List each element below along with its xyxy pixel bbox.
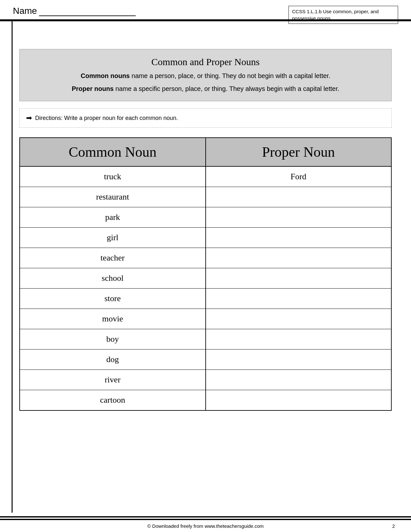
footer-top-line	[0, 516, 411, 517]
proper-noun-cell[interactable]	[206, 390, 391, 410]
common-noun-cell: school	[20, 268, 206, 288]
proper-noun-cell[interactable]	[206, 370, 391, 390]
footer-text-area: © Downloaded freely from www.theteachers…	[0, 520, 411, 532]
common-noun-cell: park	[20, 207, 206, 227]
name-area: Name	[13, 6, 136, 16]
table-row: restaurant	[20, 187, 391, 207]
table-row: cartoon	[20, 390, 391, 410]
proper-noun-cell[interactable]	[206, 207, 391, 227]
table-row: movie	[20, 309, 391, 329]
table-row: park	[20, 207, 391, 228]
proper-noun-bold: Proper nouns	[72, 85, 113, 92]
common-noun-cell: movie	[20, 309, 206, 329]
proper-noun-cell[interactable]	[206, 248, 391, 268]
common-noun-header: Common Noun	[20, 138, 206, 166]
info-box: Common and Proper Nouns Common nouns nam…	[19, 49, 392, 101]
proper-noun-header: Proper Noun	[206, 138, 391, 166]
page: Name CCSS 1.L.1.b Use common, proper, an…	[0, 0, 411, 532]
header: Name CCSS 1.L.1.b Use common, proper, an…	[0, 0, 411, 27]
table-row: boy	[20, 329, 391, 350]
directions-box: ➡ Directions: Write a proper noun for ea…	[19, 108, 392, 128]
name-label: Name	[13, 6, 136, 16]
footer-page-number: 2	[392, 523, 395, 529]
arrow-icon: ➡	[26, 114, 32, 122]
standard-box: CCSS 1.L.1.b Use common, proper, and pos…	[289, 6, 398, 24]
proper-noun-cell[interactable]	[206, 187, 391, 207]
common-noun-cell: cartoon	[20, 390, 206, 410]
info-title: Common and Proper Nouns	[33, 56, 378, 67]
noun-table-container: Common Noun Proper Noun truckFordrestaur…	[19, 137, 392, 411]
proper-noun-cell[interactable]: Ford	[206, 167, 391, 187]
proper-noun-cell[interactable]	[206, 350, 391, 369]
proper-noun-cell[interactable]	[206, 228, 391, 248]
main-content: Common and Proper Nouns Common nouns nam…	[0, 43, 411, 516]
proper-noun-cell[interactable]	[206, 268, 391, 288]
proper-noun-cell[interactable]	[206, 289, 391, 309]
common-noun-bold: Common nouns	[81, 72, 130, 79]
table-row: girl	[20, 228, 391, 248]
table-header: Common Noun Proper Noun	[19, 137, 392, 167]
table-body: truckFordrestaurantparkgirlteacherschool…	[19, 167, 392, 411]
directions-text: Directions: Write a proper noun for each…	[35, 115, 178, 122]
table-row: school	[20, 268, 391, 289]
common-noun-cell: river	[20, 370, 206, 390]
common-noun-cell: boy	[20, 329, 206, 349]
info-proper: Proper nouns name a specific person, pla…	[33, 84, 378, 94]
info-common: Common nouns name a person, place, or th…	[33, 71, 378, 81]
table-row: dog	[20, 350, 391, 370]
table-row: store	[20, 289, 391, 309]
proper-noun-cell[interactable]	[206, 329, 391, 349]
footer-copyright: © Downloaded freely from www.theteachers…	[147, 523, 264, 529]
common-noun-cell: teacher	[20, 248, 206, 268]
table-row: teacher	[20, 248, 391, 268]
common-noun-cell: truck	[20, 167, 206, 187]
left-border-line	[12, 21, 13, 513]
table-row: truckFord	[20, 167, 391, 187]
footer: © Downloaded freely from www.theteachers…	[0, 516, 411, 532]
common-noun-cell: girl	[20, 228, 206, 248]
common-noun-cell: restaurant	[20, 187, 206, 207]
proper-noun-cell[interactable]	[206, 309, 391, 329]
table-row: river	[20, 370, 391, 390]
common-noun-cell: dog	[20, 350, 206, 369]
common-noun-cell: store	[20, 289, 206, 309]
